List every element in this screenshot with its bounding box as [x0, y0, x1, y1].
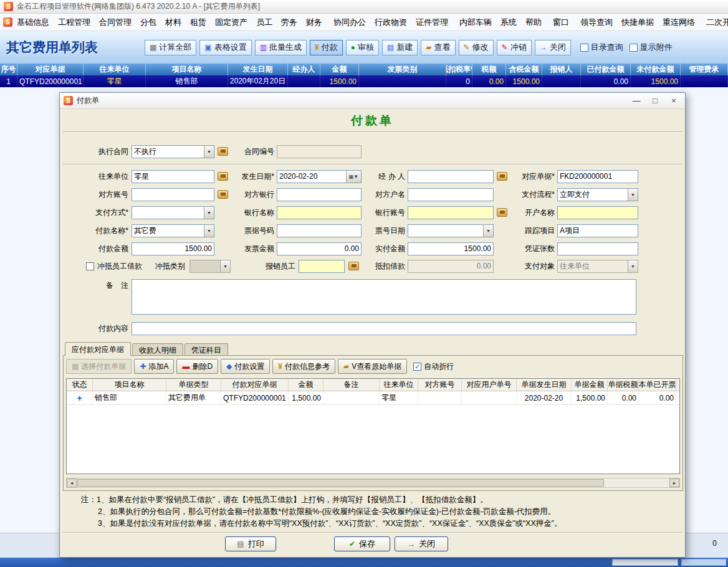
- menu-item-base-info[interactable]: 基础信息: [12, 14, 54, 31]
- party-account-input[interactable]: [132, 188, 214, 201]
- column-header[interactable]: 项目名称: [146, 64, 228, 75]
- exec-contract-select[interactable]: 不执行▼: [132, 145, 214, 158]
- reimburse-emp-input[interactable]: [299, 260, 345, 273]
- menu-item-help[interactable]: 帮助: [521, 14, 546, 31]
- menu-item-admin-supplies[interactable]: 行政物资: [370, 14, 411, 31]
- save-button[interactable]: ✔保存: [334, 536, 390, 551]
- taskbar-item[interactable]: [612, 559, 678, 566]
- print-button[interactable]: ▤打印: [225, 536, 276, 551]
- dialog-close-button[interactable]: →关闭: [395, 536, 448, 551]
- menu-item-contract[interactable]: 合同管理: [95, 14, 136, 31]
- chevron-down-icon[interactable]: ▼: [628, 189, 638, 201]
- close-button[interactable]: ×: [664, 94, 683, 108]
- handler-input[interactable]: [408, 170, 494, 183]
- detail-column-header[interactable]: 单据金额: [572, 379, 608, 391]
- maximize-button[interactable]: □: [646, 94, 664, 108]
- pay-flow-select[interactable]: 立即支付▼: [557, 188, 638, 201]
- bank-account-input[interactable]: [408, 206, 494, 219]
- track-project-input[interactable]: A项目: [557, 224, 638, 237]
- tab-payee-detail[interactable]: 收款人明细: [132, 343, 183, 356]
- dir-query-checkbox[interactable]: 目录查询: [580, 42, 623, 53]
- detail-column-header[interactable]: 往来单位: [380, 379, 418, 391]
- column-header[interactable]: 报销人: [542, 64, 581, 75]
- lookup-icon[interactable]: [348, 262, 359, 270]
- open-name-input[interactable]: [557, 206, 638, 219]
- scrollbar-thumb[interactable]: [77, 479, 604, 487]
- column-header[interactable]: 管理费承: [681, 64, 728, 75]
- column-header[interactable]: 发生日期: [228, 64, 288, 75]
- column-header[interactable]: 金额: [320, 64, 359, 75]
- lookup-icon[interactable]: [497, 208, 507, 217]
- detail-column-header[interactable]: 单据类型: [166, 379, 221, 391]
- pay-name-select[interactable]: 其它费▼: [132, 224, 214, 237]
- new-button[interactable]: ▤新建: [382, 40, 418, 55]
- remark-textarea[interactable]: [132, 279, 636, 315]
- column-header[interactable]: 已付款金额: [581, 64, 631, 75]
- actual-amount-input[interactable]: 1500.00: [408, 242, 494, 255]
- add-row-button[interactable]: ✚添加A: [134, 359, 174, 374]
- column-header[interactable]: 含税金额: [506, 64, 542, 75]
- batch-generate-button[interactable]: ▥批量生成: [255, 40, 307, 55]
- pay-setup-button[interactable]: ◆付款设置: [221, 359, 270, 374]
- tab-payable-docs[interactable]: 应付款对应单据: [65, 342, 131, 356]
- bill-date-select[interactable]: ▼: [408, 224, 494, 237]
- menu-item-collab-office[interactable]: 协同办公: [329, 14, 370, 31]
- detail-column-header[interactable]: 金额: [289, 379, 323, 391]
- party-name-input[interactable]: [408, 188, 494, 201]
- minimize-button[interactable]: —: [627, 94, 646, 108]
- column-header[interactable]: 未付款金额: [631, 64, 681, 75]
- detail-column-header[interactable]: 本单已开票: [639, 379, 676, 391]
- column-header[interactable]: 税额: [472, 64, 506, 75]
- auto-wrap-checkbox[interactable]: ✓自动折行: [413, 361, 454, 372]
- horizontal-scrollbar[interactable]: ◂ ▸: [66, 478, 680, 488]
- pay-method-select[interactable]: ▼: [132, 206, 214, 219]
- menu-item-vehicles[interactable]: 内部车辆: [455, 14, 496, 31]
- scroll-left-icon[interactable]: ◂: [67, 479, 77, 487]
- calc-all-button[interactable]: ▦计算全部: [145, 40, 196, 55]
- detail-column-header[interactable]: 状态: [67, 379, 93, 391]
- calendar-icon[interactable]: ▦▼: [346, 171, 361, 183]
- detail-column-header[interactable]: 备注: [323, 379, 380, 391]
- menu-item-employee[interactable]: 员工: [252, 14, 277, 31]
- party-bank-input[interactable]: [277, 188, 362, 201]
- tab-voucher-subject[interactable]: 凭证科目: [184, 343, 228, 356]
- menu-item-material[interactable]: 材料: [161, 14, 186, 31]
- menu-item-secondary-dev[interactable]: 二次开发: [702, 14, 728, 31]
- pay-amount-input[interactable]: 1500.00: [132, 242, 214, 255]
- partner-input[interactable]: 零星: [132, 170, 214, 183]
- show-attachment-checkbox[interactable]: 显示附件: [630, 42, 673, 53]
- menu-item-fixed-assets[interactable]: 固定资产: [211, 14, 252, 31]
- offset-loan-checkbox[interactable]: [86, 262, 94, 270]
- detail-column-header[interactable]: 对方账号: [418, 379, 462, 391]
- grid-settings-button[interactable]: ▣表格设置: [199, 40, 251, 55]
- lookup-icon[interactable]: [497, 172, 507, 181]
- column-header[interactable]: 往来单位: [84, 64, 146, 75]
- menu-item-certificates[interactable]: 证件管理: [411, 14, 453, 31]
- menu-item-finance[interactable]: 财务: [302, 14, 327, 31]
- modify-button[interactable]: ✎修改: [459, 40, 494, 55]
- scroll-right-icon[interactable]: ▸: [669, 479, 679, 487]
- menu-item-labor[interactable]: 劳务: [277, 14, 302, 31]
- pay-button[interactable]: ¥付款: [310, 40, 343, 55]
- bill-no-input[interactable]: [277, 224, 362, 237]
- column-header[interactable]: 序号: [0, 64, 17, 75]
- menu-item-reconnect[interactable]: 重连网络: [658, 14, 699, 31]
- writeoff-button[interactable]: ✎冲销: [497, 40, 532, 55]
- detail-column-header[interactable]: 单据税额: [608, 379, 639, 391]
- detail-column-header[interactable]: 单据发生日期: [517, 379, 572, 391]
- menu-item-window[interactable]: 窗口: [548, 14, 573, 31]
- column-header[interactable]: 发票类别: [359, 64, 446, 75]
- chevron-down-icon[interactable]: ▼: [204, 225, 214, 237]
- table-row-selected[interactable]: 1 QTFYD200000001 零星 销售部 2020年02月20日 1500…: [0, 75, 728, 87]
- occur-date-input[interactable]: 2020-02-20▦▼: [277, 170, 362, 183]
- chevron-down-icon[interactable]: ▼: [204, 146, 214, 158]
- audit-button[interactable]: ●审核: [346, 40, 379, 55]
- column-header[interactable]: 抵扣税率%: [446, 64, 472, 75]
- column-header[interactable]: 对应单据: [17, 64, 84, 75]
- detail-column-header[interactable]: 项目名称: [93, 379, 166, 391]
- view-button[interactable]: ▰查看: [421, 40, 455, 55]
- menu-item-lease[interactable]: 租赁: [186, 14, 211, 31]
- voucher-count-input[interactable]: [557, 242, 638, 255]
- pay-content-input[interactable]: [132, 322, 636, 335]
- menu-item-leader-query[interactable]: 领导查询: [576, 14, 617, 31]
